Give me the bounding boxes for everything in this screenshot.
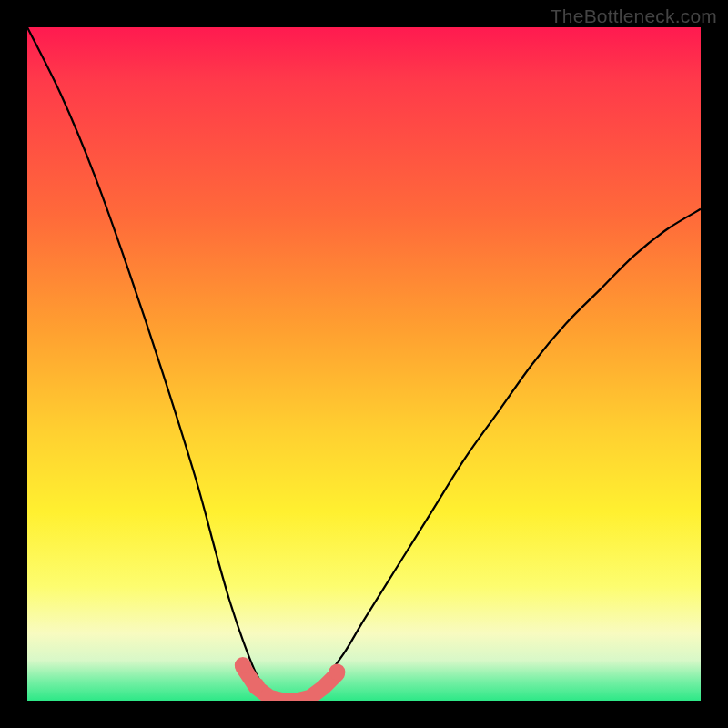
bottleneck-curve-svg [27,27,701,701]
chart-frame: TheBottleneck.com [0,0,728,728]
optimal-range-dot [235,657,251,673]
optimal-range-dot [329,663,345,680]
watermark-text: TheBottleneck.com [551,5,717,27]
plot-area [27,27,701,701]
bottleneck-curve-path [27,27,701,701]
optimal-range-dot [248,677,265,693]
